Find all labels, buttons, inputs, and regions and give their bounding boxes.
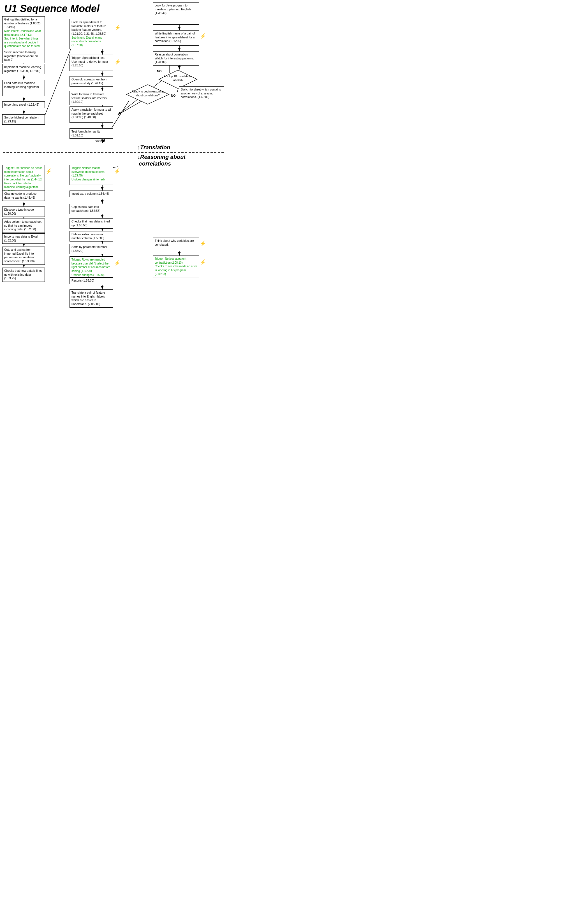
box-switch-sheet: Switch to sheet which contains another w… [179,86,224,103]
box-look-spreadsheet: Look for spreadsheet to translate scalar… [69,19,113,49]
reasoning-label: ↓Reasoning about correlations [137,153,185,167]
box-deletes-column: Deletes extra parameter number column (1… [69,231,113,242]
box-think-variables: Think about why variables are correlated… [153,238,199,250]
lightning-b35: ⚡ [200,240,206,246]
box-apply-formula: Apply translation formula to all rows in… [69,106,113,123]
box-copies-data: Copies new data into spreadsheet (1.54:5… [69,204,113,214]
box-trigger-contradiction: Trigger: Notices apparent contradiction … [153,255,199,278]
diamond-ready-reasoning: Ready to begin reasoning about correlati… [126,84,170,106]
box-feed-data: Feed data into machine learning learning… [2,80,45,96]
box-sort-correlation: Sort by highest correlation. (1.23:15) [2,114,45,124]
lightning-b14: ⚡ [200,33,206,39]
svg-text:about correlations?: about correlations? [136,94,159,97]
box-insert-column: Insert extra column (1.54:45) [69,190,113,197]
box-get-log-files: Get log files distilled for a number of … [2,16,45,54]
lightning-b7: ⚡ [114,25,120,31]
no-label-2: NO [171,94,176,97]
lightning-b36: ⚡ [200,259,206,266]
box-change-code: Change code to produce data he wants (1.… [2,190,45,201]
box-discovers-typo: Discovers typo in code (1.50:00) [2,207,45,217]
lightning-b8: ⚡ [114,59,120,65]
lightning-b32: ⚡ [114,260,120,266]
box-cuts-pastes: Cuts and pastes from imported Excel file… [2,246,45,265]
svg-text:labeled?: labeled? [173,79,183,82]
box-write-formula: Write formula to translate feature scala… [69,91,113,105]
box-look-java: Look for Java program to translate tuple… [153,2,199,25]
box-import-excel: Import into excel. (1.22:45) [2,101,45,108]
box-sorts-parameter: Sorts by parameter number (1.55:20) [69,244,113,254]
box-translate-feature-names: Translate a pair of feature names into E… [69,290,113,308]
lightning-b26: ⚡ [114,168,120,174]
lightning-b19: ⚡ [46,168,52,174]
box-trigger-mangled: Trigger: Rows are mangled because user d… [69,256,113,278]
box-resorts: Resorts (1.55:30) [69,278,113,284]
box-implement-ml: Implement machine learning algorithm (1.… [2,64,45,74]
box-checks-lined-up: Checks that new data is lined up with ex… [2,267,45,282]
box-reason-correlation: Reason about correlation. Watch for inte… [153,51,199,66]
box-open-spreadsheet: Open old spreadsheet from previous study… [69,76,113,87]
box-spreadsheet-lost: Trigger: Spreadsheet lost. User must re-… [69,55,113,71]
box-select-ml: Select machine learning algorithm (Somew… [2,49,45,63]
box-checks-lined-up-2: Checks that new data is lined up (1.55:5… [69,218,113,229]
box-trigger-overwrote: Trigger: Notices that he overwrote an ex… [69,165,113,185]
box-imports-data: Imports new data to Excel (1.52:00) [2,233,45,244]
box-adds-column: Adds column to spreadsheet so that he ca… [2,219,45,233]
box-test-formula: Test formula for sanity (1.31:10) [69,128,113,139]
svg-text:Are top 10 correlations: Are top 10 correlations [164,75,192,78]
box-write-english: Write English name of a pair of features… [153,30,199,46]
box-trigger-needs-info: Trigger: User notices he needs more info… [2,165,45,194]
translation-label: ↑Translation [137,144,170,151]
yes-label-bottom: YES → [95,140,105,143]
svg-text:Ready to begin reasoning: Ready to begin reasoning [132,90,164,93]
